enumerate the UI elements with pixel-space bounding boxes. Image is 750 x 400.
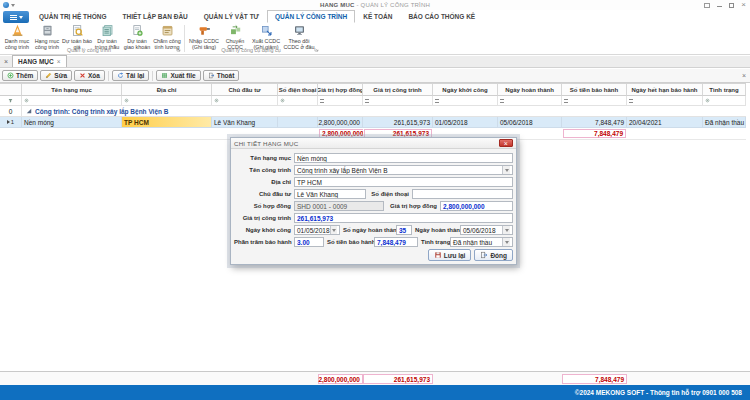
input-gia-tri-cong-trinh[interactable]: 261,615,973: [294, 213, 513, 223]
dropdown-caret-icon[interactable]: [330, 226, 337, 234]
column-header[interactable]: Chủ đầu tư: [212, 84, 278, 96]
grid-group-row[interactable]: 0 Công trình: Công trình xây lắp Bệnh Vi…: [0, 106, 746, 117]
column-header[interactable]: Địa chỉ: [122, 84, 212, 96]
column-header[interactable]: Ngày hết hạn bảo hành: [627, 84, 703, 96]
cell-ngay-hoan-thanh[interactable]: 05/06/2018: [498, 117, 562, 128]
equals-filter-icon: [500, 99, 504, 103]
dialog-launcher-icon[interactable]: [314, 47, 319, 52]
label-gia-tri-cong-trinh: Giá trị công trình: [234, 215, 294, 221]
reload-button[interactable]: Tải lại: [112, 70, 149, 81]
column-header[interactable]: Số điện thoại: [278, 84, 318, 96]
export-file-button[interactable]: Xuất file: [156, 70, 200, 81]
column-header[interactable]: Giá trị công trình: [363, 84, 433, 96]
cell-dia-chi-highlighted[interactable]: TP HCM: [122, 117, 212, 128]
column-header[interactable]: Giá trị hợp đồng: [318, 84, 363, 96]
close-all-tabs-icon[interactable]: ×: [0, 55, 12, 67]
ribbon-tab-quan-ly-vat-tu[interactable]: QUẢN LÝ VẬT TƯ: [196, 10, 267, 23]
save-button[interactable]: Lưu lại: [428, 249, 472, 261]
close-tab-icon[interactable]: ×: [57, 58, 61, 65]
add-button[interactable]: Thêm: [2, 70, 38, 81]
group-row-cell[interactable]: Công trình: Công trình xây lắp Bệnh Viện…: [22, 106, 746, 117]
cell-ngay-khoi-cong[interactable]: 01/05/2018: [433, 117, 498, 128]
ribbon-options-icon[interactable]: [704, 2, 710, 8]
close-panel-icon[interactable]: ×: [742, 72, 746, 79]
app-menu-caret-icon: [19, 16, 23, 19]
label-so-tien-bao-hanh: Số tiền bảo hành: [324, 239, 374, 245]
datepicker-ngay-khoi-cong[interactable]: 01/05/2018: [294, 225, 340, 235]
dropdown-caret-icon[interactable]: [502, 238, 510, 246]
filter-cell[interactable]: [318, 96, 363, 106]
filter-cell[interactable]: [363, 96, 433, 106]
dropdown-caret-icon[interactable]: [502, 166, 510, 174]
ribbon-tab-bao-cao-thong-ke[interactable]: BÁO CÁO THỐNG KÊ: [400, 10, 483, 23]
cell-tinh-trang[interactable]: Đã nhận thầu: [703, 117, 746, 128]
cell-gia-tri-cong-trinh[interactable]: 261,615,973: [363, 117, 433, 128]
cell-so-dien-thoai[interactable]: [278, 117, 318, 128]
select-tinh-trang[interactable]: Đã nhận thầu: [450, 237, 513, 247]
input-gia-tri-hop-dong[interactable]: 2,800,000,000: [440, 201, 513, 211]
input-so-dien-thoai[interactable]: [412, 189, 513, 199]
label-ngay-hoan-thanh: Ngày hoàn thành: [412, 227, 460, 233]
filter-cell[interactable]: [562, 96, 627, 106]
equals-filter-icon: [320, 99, 324, 103]
ribbon-tab-ke-toan[interactable]: KẾ TOÁN: [355, 10, 400, 23]
filter-cell[interactable]: [22, 96, 122, 106]
edit-button[interactable]: Sửa: [40, 70, 72, 81]
input-chu-dau-tu[interactable]: Lê Văn Khang: [294, 189, 366, 199]
column-header[interactable]: Tên hạng mục: [22, 84, 122, 96]
select-ten-cong-trinh[interactable]: Công trình xây lắp Bệnh Viện B: [294, 165, 513, 175]
ribbon-tab-thiet-lap-ban-dau[interactable]: THIẾT LẬP BAN ĐẦU: [115, 10, 196, 23]
column-header[interactable]: Ngày khởi công: [433, 84, 498, 96]
tab-label: HANG MỤC: [18, 58, 54, 65]
app-menu-button[interactable]: [3, 11, 29, 23]
plus-circle-icon: [7, 72, 14, 79]
total-so-tien-bao-hanh: 7,848,479: [562, 374, 627, 384]
dropdown-caret-icon[interactable]: [502, 226, 510, 234]
equals-filter-icon: [564, 99, 568, 103]
ribbon-tab-quan-ly-cong-trinh[interactable]: QUẢN LÝ CÔNG TRÌNH: [267, 10, 355, 23]
cell-ten-hang-muc[interactable]: Nền móng: [22, 117, 122, 128]
input-dia-chi[interactable]: TP HCM: [294, 177, 513, 187]
cell-so-tien-bao-hanh[interactable]: 7,848,479: [562, 117, 627, 128]
close-window-icon[interactable]: ×: [741, 2, 746, 8]
filter-cell[interactable]: [278, 96, 318, 106]
maximize-icon[interactable]: [729, 2, 734, 8]
input-so-ngay-hoan-thanh[interactable]: 35: [396, 225, 412, 235]
grid-header-row: Tên hạng mục Địa chỉ Chủ đầu tư Số điện …: [0, 84, 746, 96]
filter-cell[interactable]: [627, 96, 703, 106]
focused-row-arrow-icon: [7, 120, 10, 124]
exit-button[interactable]: Thoát: [203, 70, 240, 81]
label-so-hop-dong: Số hợp đồng: [234, 203, 294, 209]
input-ten-hang-muc[interactable]: Nền móng: [294, 153, 513, 163]
cell-chu-dau-tu[interactable]: Lê Văn Khang: [212, 117, 278, 128]
ribbon: Danh mục công trình Hạng mục công trình …: [0, 23, 750, 55]
tab-hang-muc[interactable]: HANG MỤC ×: [12, 55, 67, 67]
filter-cell[interactable]: [122, 96, 212, 106]
filter-cell[interactable]: [498, 96, 562, 106]
filter-cell[interactable]: [212, 96, 278, 106]
input-so-tien-bao-hanh[interactable]: 7,848,479: [374, 237, 418, 247]
delete-button[interactable]: Xóa: [74, 70, 105, 81]
datepicker-ngay-hoan-thanh[interactable]: 05/06/2018: [460, 225, 513, 235]
close-button[interactable]: Đóng: [474, 249, 513, 261]
filter-cell[interactable]: [433, 96, 498, 106]
grand-total-row: 2,800,000,000 261,615,973 7,848,479: [0, 371, 750, 385]
ribbon-group-label-cong-trinh: Quản lý công trình: [2, 46, 182, 53]
dialog-title-bar[interactable]: CHI TIẾT HẠNG MỤC ×: [231, 138, 516, 149]
input-phan-tram-bao-hanh[interactable]: 3.00: [294, 237, 324, 247]
minimize-icon[interactable]: [717, 2, 722, 8]
dialog-close-icon[interactable]: ×: [499, 139, 513, 147]
export-arrow-icon: [260, 24, 273, 37]
column-header[interactable]: Số tiền bảo hành: [562, 84, 627, 96]
dialog-launcher-icon[interactable]: [176, 47, 181, 52]
ribbon-tab-bar: QUẢN TRỊ HỆ THỐNG THIẾT LẬP BAN ĐẦU QUẢN…: [0, 10, 750, 23]
summary-so-tien-bao-hanh: 7,848,479: [563, 129, 626, 138]
cell-gia-tri-hop-dong[interactable]: 2,800,000,000: [318, 117, 363, 128]
column-header[interactable]: Ngày hoàn thành: [498, 84, 562, 96]
group-expand-icon[interactable]: [26, 108, 32, 114]
table-row[interactable]: 1 Nền móng TP HCM Lê Văn Khang 2,800,000…: [0, 117, 746, 128]
column-header[interactable]: Tình trạng: [703, 84, 746, 96]
ribbon-tab-quan-tri-he-thong[interactable]: QUẢN TRỊ HỆ THỐNG: [31, 10, 115, 23]
cell-ngay-het-han-bao-hanh[interactable]: 20/04/2021: [627, 117, 703, 128]
filter-cell[interactable]: [703, 96, 746, 106]
